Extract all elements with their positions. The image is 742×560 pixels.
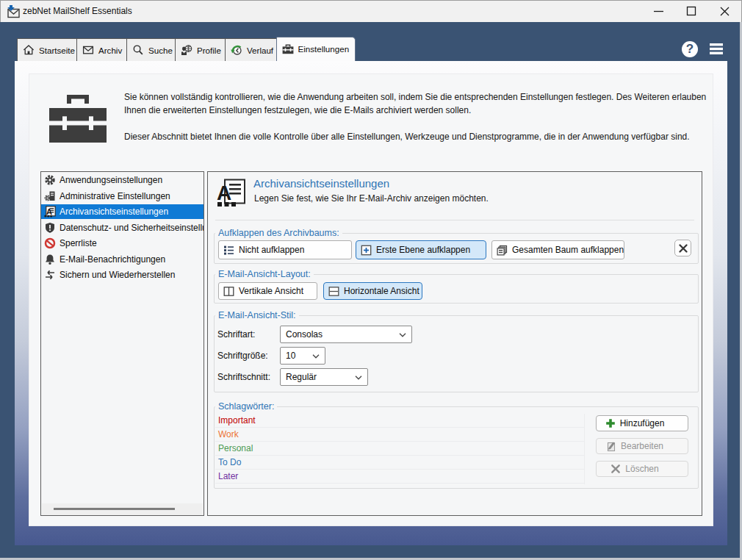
svg-text:A: A bbox=[217, 182, 231, 204]
svg-text:A: A bbox=[46, 207, 52, 216]
